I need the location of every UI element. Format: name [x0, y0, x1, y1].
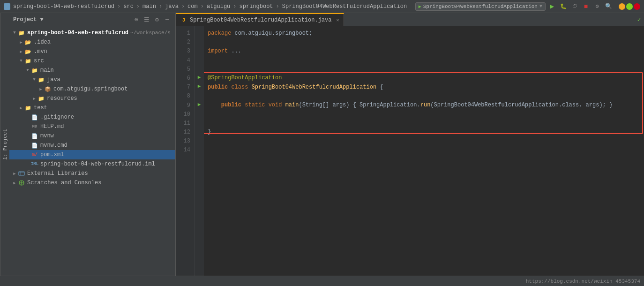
tree-label-java: java	[47, 76, 60, 83]
tree-item-java[interactable]: ▼ 📁 java	[9, 75, 175, 84]
tree-item-scratches[interactable]: ▶ Scratches and Consoles	[9, 178, 175, 188]
tree-item-ext-lib[interactable]: ▶ External Libraries	[9, 169, 175, 178]
panel-label-text: 1: Project	[2, 129, 8, 160]
run-button[interactable]: ▶	[547, 2, 557, 11]
tree-item-src[interactable]: ▼ 📁 src	[9, 56, 175, 66]
code-content[interactable]: package com.atguigu.springboot; import .…	[204, 26, 644, 276]
tree-item-test[interactable]: ▶ 📁 test	[9, 103, 175, 113]
tree-item-mvnw-cmd[interactable]: ▶ 📄 mvnw.cmd	[9, 141, 175, 150]
stop-button[interactable]: ■	[581, 2, 591, 11]
tree-label-package: com.atguigu.springboot	[53, 86, 127, 92]
gitignore-icon: 📄	[31, 113, 38, 121]
code-line-13	[208, 136, 644, 145]
tree-arrow-mvn: ▶	[18, 48, 24, 55]
tree-label-path: ~/workspace/s	[130, 30, 171, 36]
code-line-9: public static void main (String[] args) …	[208, 101, 644, 110]
tree-arrow-resources: ▶	[31, 95, 37, 102]
tree-label-mvnw: mvnw	[40, 133, 54, 139]
tree-arrow-root: ▼	[11, 30, 18, 36]
tree-item-help-md[interactable]: ▶ MD HELP.md	[9, 122, 175, 131]
tree-label-ext-lib: External Libraries	[27, 170, 88, 177]
project-tree: ▼ 📁 spring-boot-04-web-restfulcrud ~/wor…	[9, 26, 175, 276]
code-line-14	[208, 145, 644, 154]
panel-header-actions: ⊕ ☰ ⚙ —	[132, 15, 172, 24]
run-config-selector[interactable]: ▶ SpringBoot04WebRestfulcrudApplication …	[415, 2, 546, 11]
tree-item-resources[interactable]: ▶ 📁 resources	[9, 94, 175, 103]
maximize-button[interactable]	[626, 3, 633, 10]
package-icon: 📦	[44, 85, 52, 93]
tree-label-scratches: Scratches and Consoles	[27, 180, 101, 186]
tree-item-root[interactable]: ▼ 📁 spring-boot-04-web-restfulcrud ~/wor…	[9, 28, 175, 38]
tree-label-help-md: HELP.md	[40, 123, 64, 130]
status-url: https://blog.csdn.net/weixin_45345374	[526, 278, 640, 284]
pom-icon: m/	[31, 151, 38, 158]
debug-button[interactable]: 🐛	[559, 2, 568, 11]
tree-arrow-scratches: ▶	[11, 180, 18, 186]
tree-item-package[interactable]: ▶ 📦 com.atguigu.springboot	[9, 84, 175, 94]
sep1: ›	[117, 3, 120, 10]
coverage-button[interactable]: ⏱	[570, 2, 579, 11]
line-numbers: 1 2 3 4 5 6 7 8 9 10 11 12 13 14	[176, 26, 195, 276]
tree-arrow-main: ▼	[24, 67, 31, 74]
code-editor: 1 2 3 4 5 6 7 8 9 10 11 12 13 14 ▶ ▶	[176, 26, 644, 276]
panel-settings-button[interactable]: ⚙	[153, 15, 161, 24]
close-button[interactable]	[634, 3, 640, 10]
toolbar-right: ▶ SpringBoot04WebRestfulcrudApplication …	[415, 2, 640, 11]
tab-close-button[interactable]: ✕	[336, 17, 339, 23]
code-line-7: public class SpringBoot04WebRestfulcrudA…	[208, 83, 644, 92]
search-button[interactable]: 🔍	[604, 2, 613, 11]
bc-springboot: springboot	[240, 3, 273, 10]
tree-item-mvn[interactable]: ▶ 📂 .mvn	[9, 47, 175, 56]
tree-arrow-package: ▶	[37, 86, 44, 92]
tree-item-iml[interactable]: ▶ IML spring-boot-04-web-restfulcrud.iml	[9, 159, 175, 169]
tab-filename: SpringBoot04WebRestfulcrudApplication.ja…	[190, 17, 331, 23]
panel-options-button[interactable]: ☰	[142, 15, 151, 24]
iml-icon: IML	[31, 160, 38, 168]
tab-bar: J SpringBoot04WebRestfulcrudApplication.…	[176, 13, 644, 26]
src-folder-icon: 📁	[24, 57, 32, 65]
test-folder-icon: 📁	[24, 104, 32, 112]
editor-area: J SpringBoot04WebRestfulcrudApplication.…	[176, 13, 644, 276]
new-file-button[interactable]: ⊕	[132, 15, 141, 24]
breadcrumb: spring-boot-04-web-restfulcrud › src › m…	[4, 3, 407, 10]
run-gutter-annotation-line9[interactable]: ▶	[195, 101, 204, 107]
project-panel-title: Project ▼	[13, 16, 44, 23]
svg-rect-0	[19, 172, 24, 175]
editor-tab-main[interactable]: J SpringBoot04WebRestfulcrudApplication.…	[176, 13, 344, 26]
tree-label-main: main	[40, 67, 54, 74]
tree-label-test: test	[34, 105, 47, 111]
project-panel-header: Project ▼ ⊕ ☰ ⚙ —	[9, 13, 175, 26]
project-icon	[4, 3, 10, 10]
tree-arrow-java: ▼	[31, 76, 37, 83]
mvn-folder-icon: 📂	[24, 48, 32, 55]
tree-item-pom[interactable]: ▶ m/ pom.xml	[9, 150, 175, 159]
ext-lib-icon	[18, 170, 25, 177]
tree-label-pom: pom.xml	[40, 151, 64, 158]
md-file-icon: MD	[31, 123, 38, 130]
tree-arrow-idea: ▶	[18, 39, 24, 45]
tab-java-icon: J	[180, 17, 187, 23]
code-line-12: }	[208, 128, 644, 136]
title-bar: spring-boot-04-web-restfulcrud › src › m…	[0, 0, 644, 13]
code-line-11	[208, 119, 644, 128]
project-panel-label[interactable]: 1: Project	[0, 13, 9, 276]
tree-label-src: src	[34, 58, 44, 64]
run-gutter-annotation-line6[interactable]: ▶	[195, 74, 204, 80]
panel-close-button[interactable]: —	[163, 15, 172, 24]
bc-main: main	[142, 3, 156, 10]
run-gutter-annotation-line7[interactable]: ▶	[195, 83, 204, 89]
tree-arrow-test: ▶	[18, 105, 24, 111]
tree-item-main[interactable]: ▼ 📁 main	[9, 66, 175, 75]
code-line-10	[208, 110, 644, 119]
tree-label-root: spring-boot-04-web-restfulcrud	[27, 30, 128, 36]
main-folder-icon: 📁	[31, 67, 38, 74]
settings-button[interactable]: ⚙	[592, 2, 602, 11]
scratch-icon	[18, 179, 25, 187]
code-line-8	[208, 92, 644, 101]
tree-item-idea[interactable]: ▶ 📂 .idea	[9, 38, 175, 47]
code-line-3: import ...	[208, 47, 644, 56]
tree-label-idea: .idea	[34, 39, 51, 45]
tree-item-gitignore[interactable]: ▶ 📄 .gitignore	[9, 113, 175, 122]
minimize-button[interactable]	[619, 3, 625, 10]
tree-item-mvnw[interactable]: ▶ 📄 mvnw	[9, 131, 175, 141]
